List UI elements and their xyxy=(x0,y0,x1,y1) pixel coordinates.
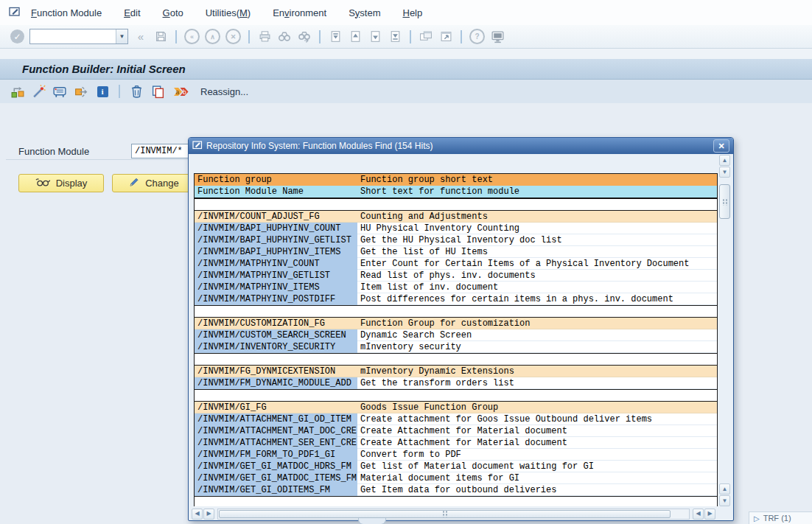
function-module-row-name: /INVMIM/MATPHYINV_GETLIST xyxy=(195,270,357,282)
function-module-row-text: Get the list of HU Items xyxy=(357,246,717,258)
new-session-icon[interactable] xyxy=(419,29,433,44)
function-module-row[interactable]: /INVMIM/FM_FORM_TO_PDF1_GIConvert form t… xyxy=(195,449,717,461)
previous-page-icon[interactable] xyxy=(348,29,363,44)
function-module-row[interactable]: /INVMIM/MATPHYINV_POSTDIFFPost differenc… xyxy=(195,293,717,305)
change-button[interactable]: Change xyxy=(112,174,195,192)
horizontal-scrollbar-track[interactable] xyxy=(217,509,690,520)
function-module-row[interactable]: /INVMIM/ATTACHMENT_GI_OD_ITEMCreate atta… xyxy=(195,413,717,425)
menu-item-edit[interactable]: Edit xyxy=(124,7,140,18)
function-group-row-text: mInventory Dynamic Extensions xyxy=(357,366,717,377)
cancel-icon[interactable]: ✕ xyxy=(225,29,241,44)
menu-item-function-module[interactable]: Function Module xyxy=(31,7,102,18)
info-icon[interactable]: i xyxy=(95,84,110,99)
function-module-row[interactable]: /INVMIM/ATTACHMENT_SER_ENT_CRECreate Att… xyxy=(195,437,717,449)
help-icon[interactable]: ? xyxy=(469,29,485,44)
function-module-row[interactable]: /INVMIM/BAPI_HUPHYINV_ITEMSGet the list … xyxy=(195,246,717,258)
function-module-row-text: Dynamic Search Screen xyxy=(357,329,717,341)
function-group-row[interactable]: /INVMIM/FG_DYNMICEXTENSIONmInventory Dyn… xyxy=(195,366,717,377)
function-library-icon[interactable] xyxy=(10,84,24,99)
customize-layout-icon[interactable] xyxy=(490,29,505,44)
function-module-row[interactable]: /INVMIM/MATPHYINV_ITEMSItem list of inv.… xyxy=(195,282,717,293)
menu-item-help[interactable]: Help xyxy=(402,7,422,18)
standard-toolbar: ✓ ▼ « « ∧ ✕ xyxy=(0,25,812,49)
find-icon[interactable] xyxy=(277,29,292,44)
command-field[interactable]: ▼ xyxy=(29,29,128,44)
function-module-row-name: /INVMIM/ATTACHMENT_MAT_DOC_CRE xyxy=(195,425,357,437)
scroll-right-icon[interactable]: ▶ xyxy=(704,509,715,520)
sap-gui-window: Function ModuleEditGotoUtilities(M)Envir… xyxy=(0,0,812,524)
function-module-row[interactable]: /INVMIM/INVENTORY_SECURITYmInventory sec… xyxy=(195,341,717,353)
menu-bar: Function ModuleEditGotoUtilities(M)Envir… xyxy=(0,0,812,26)
command-dropdown-icon[interactable]: ▼ xyxy=(116,29,127,43)
function-group-row-text: Counting and Adjustments xyxy=(357,211,717,223)
where-used-icon[interactable] xyxy=(74,84,88,99)
print-icon[interactable] xyxy=(257,29,272,44)
menu-item-goto[interactable]: Goto xyxy=(163,7,183,18)
function-module-row[interactable]: /INVMIM/FM_DYNAMIC_MODULE_ADDGet the tra… xyxy=(195,377,717,389)
menu-item-system[interactable]: System xyxy=(349,7,380,18)
scroll-down-icon[interactable]: ▼ xyxy=(719,167,730,178)
function-group-row[interactable]: /INVMIM/GI_FGGoods Issue Function Group xyxy=(195,402,717,413)
function-module-row[interactable]: /INVMIM/GET_GI_MATDOC_HDRS_FMGet list of… xyxy=(195,461,717,472)
table-header-row-group: Function groupFunction group short text xyxy=(195,174,717,186)
close-icon[interactable]: ✕ xyxy=(713,139,729,153)
function-module-row[interactable]: /INVMIM/CUSTOM_SEARCH_SCREENDynamic Sear… xyxy=(195,329,717,341)
function-module-row-text: Get Item data for outbound deliveries xyxy=(357,484,717,496)
collapse-toolbar-icon[interactable]: « xyxy=(133,29,148,44)
next-page-icon[interactable] xyxy=(368,29,382,44)
command-input[interactable] xyxy=(30,29,116,43)
function-group-row[interactable]: /INVMIM/CUSTOMIZATION_FGFunction Group f… xyxy=(195,318,717,329)
dialog-screen-icon xyxy=(192,139,203,153)
scroll-down-icon[interactable]: ▼ xyxy=(719,495,730,506)
menu-item-environment[interactable]: Environment xyxy=(273,7,326,18)
function-module-row[interactable]: /INVMIM/ATTACHMENT_MAT_DOC_CRECreate Att… xyxy=(195,425,717,437)
function-module-row-text: Enter Count for Certain Items of a Physi… xyxy=(357,258,717,270)
delete-icon[interactable] xyxy=(129,84,144,99)
function-module-row[interactable]: /INVMIM/BAPI_HUPHYINV_GETLISTGet the HU … xyxy=(195,234,717,246)
function-module-row-name: /INVMIM/INVENTORY_SECURITY xyxy=(195,341,357,353)
horizontal-scrollbar-thumb[interactable] xyxy=(219,510,671,518)
status-cursor-icon: ▷ xyxy=(754,514,760,523)
reassign-button[interactable]: Reassign... xyxy=(200,86,248,97)
first-page-icon[interactable] xyxy=(328,29,343,44)
dialog-title-bar[interactable]: Repository Info System: Function Modules… xyxy=(189,138,733,154)
scroll-up-icon[interactable]: ▲ xyxy=(719,483,730,495)
function-module-row[interactable]: /INVMIM/MATPHYINV_COUNTEnter Count for C… xyxy=(195,258,717,270)
function-module-row[interactable]: /INVMIM/MATPHYINV_GETLISTRead list of ph… xyxy=(195,270,717,282)
scroll-left-icon[interactable]: ◀ xyxy=(693,509,704,520)
test-data-icon[interactable] xyxy=(52,84,67,99)
exit-icon[interactable]: ∧ xyxy=(205,29,220,44)
rename-icon[interactable]: ab xyxy=(172,84,189,99)
find-next-icon[interactable] xyxy=(297,29,312,44)
toolbar-separator xyxy=(461,30,462,43)
horizontal-scrollbar[interactable]: ◀ ▶ ◀ ▶ xyxy=(192,508,715,520)
scroll-up-icon[interactable]: ▲ xyxy=(719,155,730,166)
table-header-row-group-text: Function group short text xyxy=(357,174,717,186)
function-module-row[interactable]: /INVMIM/BAPI_HUPHYINV_COUNTHU Physical I… xyxy=(195,223,717,234)
scroll-left-icon[interactable]: ◀ xyxy=(192,509,203,520)
dialog-title: Repository Info System: Function Modules… xyxy=(206,141,713,151)
test-wand-icon[interactable] xyxy=(31,84,46,99)
vertical-scrollbar-thumb[interactable] xyxy=(719,184,730,219)
repository-info-dialog: Repository Info System: Function Modules… xyxy=(188,137,734,521)
vertical-scrollbar[interactable]: ▲ ▼ ▲ ▼ xyxy=(719,155,731,508)
function-module-row-text: Get list of Material document waiting fo… xyxy=(357,461,717,472)
function-module-row[interactable]: /INVMIM/GET_GI_ODITEMS_FMGet Item data f… xyxy=(195,484,717,496)
function-module-row-text: Material document items for GI xyxy=(357,472,717,484)
back-icon[interactable]: « xyxy=(184,29,200,44)
scroll-right-icon[interactable]: ▶ xyxy=(203,509,214,520)
enter-check-icon[interactable]: ✓ xyxy=(10,29,24,43)
copy-icon[interactable] xyxy=(150,84,165,99)
function-module-row-name: /INVMIM/MATPHYINV_ITEMS xyxy=(195,282,357,293)
save-icon[interactable] xyxy=(153,29,168,44)
system-menu-icon[interactable] xyxy=(9,6,21,20)
last-page-icon[interactable] xyxy=(388,29,402,44)
display-button[interactable]: Display xyxy=(18,174,104,192)
function-group-row[interactable]: /INVMIM/COUNT_ADJUST_FGCounting and Adju… xyxy=(195,211,717,223)
function-module-row[interactable]: /INVMIM/GET_GI_MATDOC_ITEMS_FMMaterial d… xyxy=(195,472,717,484)
menu-item-utilities-m[interactable]: Utilities(M) xyxy=(206,7,251,18)
create-shortcut-icon[interactable] xyxy=(438,29,453,44)
table-header-row-module-text: Short text for function module xyxy=(357,186,717,198)
glasses-icon xyxy=(35,178,51,189)
dialog-resize-handle[interactable] xyxy=(358,518,386,524)
